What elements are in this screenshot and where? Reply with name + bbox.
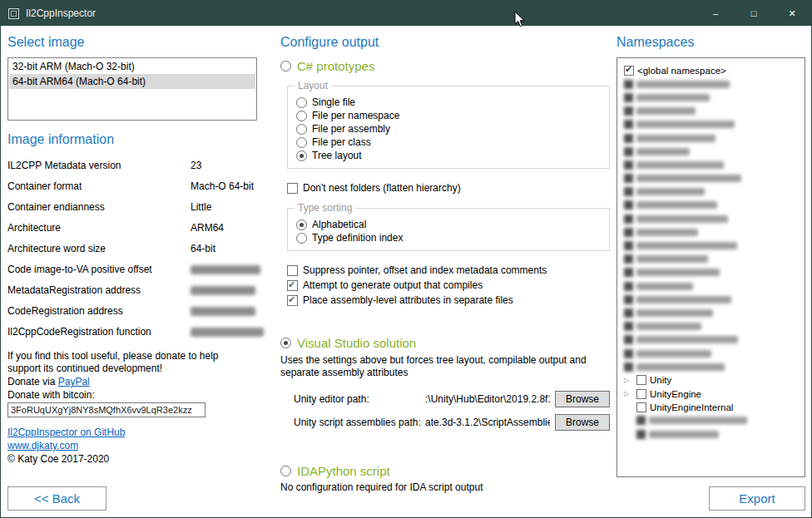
close-button[interactable]: ✕ — [773, 1, 811, 26]
radio-label: File per class — [312, 136, 371, 148]
namespace-list[interactable]: <global namespace>▷Unity▷UnityEngineUnit… — [616, 57, 805, 477]
radio-csharp-prototypes[interactable]: C# prototypes — [280, 59, 610, 73]
paypal-link[interactable]: PayPal — [58, 375, 90, 388]
info-label: MetadataRegistration address — [7, 284, 191, 296]
export-button[interactable]: Export — [709, 486, 805, 511]
radio-icon — [296, 137, 307, 148]
browse-editor-path-button[interactable]: Browse — [555, 391, 610, 407]
namespace-item-redacted — [624, 91, 805, 104]
checkbox-icon — [287, 183, 298, 194]
namespace-label: UnityEngineInternal — [650, 402, 733, 412]
redacted-checkbox — [624, 254, 633, 264]
checkbox-flatten-hierarchy[interactable]: Don't nest folders (flatten hierarchy) — [287, 182, 610, 194]
redacted-label — [636, 323, 701, 330]
checkbox-output-option[interactable]: Place assembly-level attributes in separ… — [287, 294, 610, 306]
redacted-checkbox — [624, 187, 633, 196]
image-info-row: Architecture word size64-bit — [7, 238, 257, 259]
namespace-item[interactable]: UnityEngineInternal — [624, 401, 805, 414]
minimize-button[interactable]: – — [696, 1, 735, 26]
namespace-item-redacted — [624, 333, 805, 347]
website-link[interactable]: www.djkaty.com — [7, 439, 257, 452]
checkbox-icon — [287, 265, 298, 276]
radio-layout-option[interactable]: Tree layout — [296, 149, 601, 162]
redacted-label — [636, 350, 711, 358]
image-list-item[interactable]: 32-bit ARM (Mach-O 32-bit) — [9, 59, 255, 74]
redacted-checkbox — [624, 308, 633, 318]
donate-via-prefix: Donate via — [7, 376, 58, 387]
namespace-item-redacted — [624, 158, 805, 171]
redacted-checkbox — [624, 80, 633, 89]
redacted-label — [636, 283, 693, 290]
redacted-checkbox — [624, 160, 633, 170]
info-value: ARM64 — [191, 222, 224, 234]
layout-radio-group: Single fileFile per namespaceFile per as… — [296, 96, 601, 162]
info-label: Code image-to-VA positive offset — [7, 264, 191, 275]
namespace-label: UnityEngine — [650, 389, 701, 399]
namespace-item-redacted — [624, 320, 805, 333]
radio-layout-option[interactable]: File per class — [296, 136, 601, 149]
radio-label: Single file — [312, 96, 355, 108]
namespace-item[interactable]: <global namespace> — [624, 64, 805, 77]
radio-sort-option[interactable]: Alphabetical — [296, 218, 601, 231]
expander-icon[interactable]: ▷ — [624, 376, 633, 385]
window-title: Il2CppInspector — [26, 7, 96, 19]
redacted-label — [636, 229, 698, 236]
info-value — [191, 264, 260, 275]
checkbox-icon — [287, 295, 298, 306]
info-value: 23 — [191, 160, 201, 171]
checkbox-icon — [636, 402, 646, 412]
unity-script-assemblies-label: Unity script assemblies path: — [294, 417, 425, 428]
github-link[interactable]: Il2CppInspector on GitHub — [7, 426, 257, 439]
redacted-checkbox — [624, 134, 633, 143]
image-list-item[interactable]: 64-bit ARM64 (Mach-O 64-bit) — [9, 74, 255, 89]
info-label: Container format — [7, 180, 191, 192]
namespace-item-redacted — [624, 293, 805, 306]
unity-editor-path-row: Unity editor path: :\Unity\Hub\Editor\20… — [294, 391, 610, 407]
type-sorting-radio-group: AlphabeticalType definition index — [296, 218, 601, 244]
redacted-label — [636, 363, 725, 371]
namespace-item[interactable]: ▷Unity — [624, 373, 805, 387]
bitcoin-address-input[interactable] — [7, 402, 205, 417]
redacted-label — [636, 201, 717, 209]
image-info-row: Il2CppCodeRegistration function — [7, 321, 257, 342]
info-value: 64-bit — [191, 243, 215, 254]
redacted-label — [636, 336, 738, 343]
maximize-button[interactable]: □ — [735, 1, 773, 26]
checkbox-output-option[interactable]: Attempt to generate output that compiles — [287, 279, 610, 291]
radio-layout-option[interactable]: Single file — [296, 96, 601, 109]
browse-script-assemblies-button[interactable]: Browse — [555, 414, 610, 431]
expander-icon[interactable]: ▷ — [624, 389, 633, 398]
checkbox-label: Place assembly-level attributes in separ… — [303, 294, 513, 306]
output-option-checkboxes: Suppress pointer, offset and index metad… — [287, 261, 610, 309]
radio-icon — [296, 220, 307, 230]
redacted-label — [649, 417, 747, 424]
namespace-item-redacted — [624, 414, 805, 427]
redacted-value — [191, 265, 260, 274]
back-button[interactable]: << Back — [7, 486, 106, 511]
image-list[interactable]: 32-bit ARM (Mach-O 32-bit)64-bit ARM64 (… — [7, 57, 257, 121]
namespace-item[interactable]: ▷UnityEngine — [624, 387, 805, 401]
info-label: CodeRegistration address — [7, 305, 191, 317]
checkbox-icon — [287, 280, 298, 291]
namespace-item-redacted — [624, 306, 805, 319]
copyright-text: © Katy Coe 2017-2020 — [7, 452, 257, 466]
namespace-item-redacted — [624, 185, 805, 199]
donate-via-line: Donate via PayPal — [7, 375, 257, 388]
radio-layout-option[interactable]: File per assembly — [296, 122, 601, 136]
redacted-label — [636, 296, 731, 303]
info-label: Il2CppCodeRegistration function — [7, 326, 191, 338]
radio-idapython-script[interactable]: IDAPython script — [280, 464, 610, 478]
namespace-item-redacted — [624, 172, 805, 185]
radio-layout-option[interactable]: File per namespace — [296, 109, 601, 122]
info-value: Little — [191, 201, 211, 213]
image-info-row: IL2CPP Metadata version23 — [7, 155, 257, 175]
redacted-label — [636, 107, 696, 115]
radio-sort-option[interactable]: Type definition index — [296, 231, 601, 244]
radio-label: File per assembly — [312, 123, 390, 135]
radio-visual-studio-solution[interactable]: Visual Studio solution — [280, 336, 610, 350]
image-info-row: MetadataRegistration address — [7, 279, 257, 300]
image-info-row: CodeRegistration address — [7, 300, 257, 321]
checkbox-label: Attempt to generate output that compiles — [303, 279, 483, 291]
unity-script-assemblies-path-row: Unity script assemblies path: ate.3d-3.1… — [294, 414, 610, 431]
checkbox-output-option[interactable]: Suppress pointer, offset and index metad… — [287, 264, 610, 276]
